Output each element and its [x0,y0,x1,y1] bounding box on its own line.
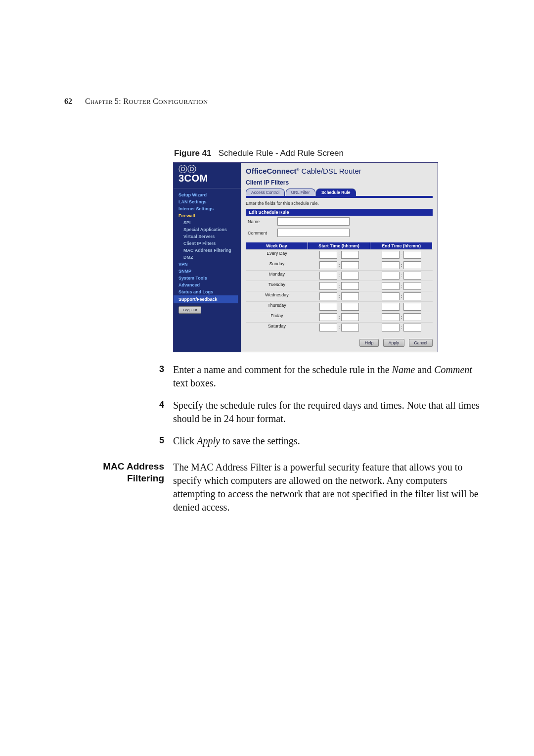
nav-system-tools[interactable]: System Tools [174,275,241,282]
end-time-cell: : [370,291,433,301]
nav-dmz[interactable]: DMZ [174,254,241,261]
nav-virtual-servers[interactable]: Virtual Servers [174,233,241,240]
start-mm-input[interactable] [341,313,359,321]
start-hh-input[interactable] [319,272,337,280]
step-number: 5 [159,434,164,446]
schedule-grid-row: Monday : : [246,270,433,281]
end-mm-input[interactable] [403,272,421,280]
nav-client-ip-filters[interactable]: Client IP Filters [174,240,241,247]
nav-advanced[interactable]: Advanced [174,282,241,288]
end-time-cell: : [370,260,433,270]
figure-label: Figure 41 [174,148,212,158]
start-mm-input[interactable] [341,261,359,269]
end-mm-input[interactable] [403,303,421,311]
end-time-cell: : [370,250,433,260]
end-hh-input[interactable] [382,261,400,269]
nav-mac-address-filtering[interactable]: MAC Address Filtering [174,247,241,254]
day-cell: Tuesday [246,281,308,291]
start-mm-input[interactable] [341,282,359,290]
start-hh-input[interactable] [319,282,337,290]
t: text boxes. [173,378,216,388]
tab-schedule-rule[interactable]: Schedule Rule [316,189,356,196]
tab-url-filter[interactable]: URL Filter [286,189,315,196]
cancel-button[interactable]: Cancel [409,339,433,347]
start-mm-input[interactable] [341,251,359,259]
comment-input[interactable] [277,229,350,237]
router-title-rest: Cable/DSL Router [299,167,361,175]
end-hh-input[interactable] [382,303,400,311]
time-colon: : [339,294,340,299]
router-logo: ⓞⓞ 3COM [174,163,241,189]
start-time-cell: : [308,291,370,301]
end-mm-input[interactable] [403,282,421,290]
start-hh-input[interactable] [319,261,337,269]
t: and [415,364,434,375]
nav-internet-settings[interactable]: Internet Settings [174,205,241,212]
nav-special-applications[interactable]: Special Applications [174,226,241,233]
end-mm-input[interactable] [403,292,421,300]
apply-button[interactable]: Apply [383,339,404,347]
end-hh-input[interactable] [382,292,400,300]
end-mm-input[interactable] [403,313,421,321]
time-colon: : [339,304,340,309]
end-mm-input[interactable] [403,261,421,269]
schedule-grid-row: Sunday : : [246,260,433,270]
schedule-grid-row: Thursday : : [246,301,433,312]
start-time-cell: : [308,312,370,322]
step-number: 4 [159,399,164,411]
schedule-grid-row: Every Day : : [246,249,433,260]
end-mm-input[interactable] [403,324,421,331]
nav-setup-wizard[interactable]: Setup Wizard [174,191,241,198]
start-mm-input[interactable] [341,272,359,280]
time-colon: : [339,263,340,268]
help-button[interactable]: Help [359,339,379,347]
day-cell: Every Day [246,250,308,260]
nav-snmp[interactable]: SNMP [174,268,241,275]
step-text: Enter a name and comment for the schedul… [173,364,472,388]
time-colon: : [339,273,340,278]
nav-vpn[interactable]: VPN [174,261,241,268]
heading-line: Filtering [127,473,164,483]
nav-spi[interactable]: SPI [174,219,241,226]
router-hint-text: Enter the fields for this schedule rule. [246,201,433,206]
nav-firewall[interactable]: Firewall [174,212,241,219]
logo-rings-icon: ⓞⓞ [178,166,237,173]
name-input[interactable] [277,217,350,226]
step-3: 3 Enter a name and comment for the sched… [173,363,480,390]
time-colon: : [401,263,402,268]
mac-address-filtering-section: MAC Address Filtering The MAC Address Fi… [79,461,480,514]
schedule-grid-row: Tuesday : : [246,281,433,291]
start-time-cell: : [308,250,370,260]
page: 62 Chapter 5: Router Configuration Figur… [0,0,534,756]
end-hh-input[interactable] [382,313,400,321]
start-hh-input[interactable] [319,313,337,321]
start-time-cell: : [308,260,370,270]
start-hh-input[interactable] [319,324,337,331]
start-hh-input[interactable] [319,251,337,259]
end-hh-input[interactable] [382,324,400,331]
start-hh-input[interactable] [319,292,337,300]
end-hh-input[interactable] [382,272,400,280]
start-mm-input[interactable] [341,292,359,300]
nav-lan-settings[interactable]: LAN Settings [174,198,241,205]
start-mm-input[interactable] [341,324,359,331]
t: Enter a name and comment for the schedul… [173,364,392,375]
runhead-seg: outer [129,98,151,105]
end-time-cell: : [370,302,433,312]
day-cell: Sunday [246,260,308,270]
heading-line: MAC Address [103,461,164,472]
start-hh-input[interactable] [319,303,337,311]
end-hh-input[interactable] [382,251,400,259]
router-main: OfficeConnect® Cable/DSL Router Client I… [241,163,438,352]
schedule-grid-row: Friday : : [246,312,433,322]
router-sidebar: ⓞⓞ 3COM Setup Wizard LAN Settings Intern… [174,163,241,352]
tab-access-control[interactable]: Access Control [246,189,285,196]
logout-button[interactable]: Log Out [178,306,201,314]
start-mm-input[interactable] [341,303,359,311]
col-week-day: Week Day [246,242,308,249]
end-mm-input[interactable] [403,251,421,259]
col-start-time: Start Time (hh:mm) [308,242,370,249]
nav-support-feedback[interactable]: Support/Feedback [174,295,238,303]
end-hh-input[interactable] [382,282,400,290]
nav-status-and-logs[interactable]: Status and Logs [174,288,241,295]
